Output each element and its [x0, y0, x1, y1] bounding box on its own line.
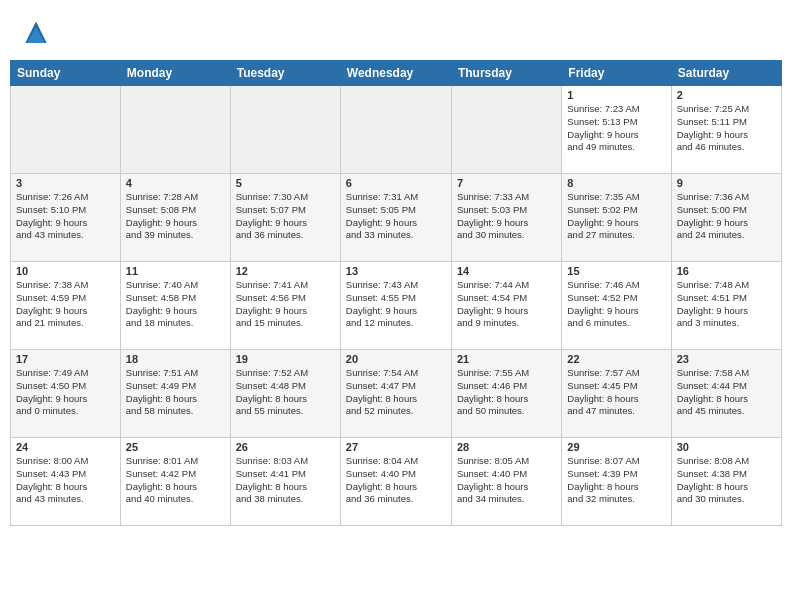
day-number: 22 — [567, 353, 665, 365]
day-number: 1 — [567, 89, 665, 101]
day-number: 24 — [16, 441, 115, 453]
day-number: 25 — [126, 441, 225, 453]
calendar-day-cell: 14Sunrise: 7:44 AM Sunset: 4:54 PM Dayli… — [451, 262, 561, 350]
calendar-week-row: 24Sunrise: 8:00 AM Sunset: 4:43 PM Dayli… — [11, 438, 782, 526]
calendar-day-cell: 15Sunrise: 7:46 AM Sunset: 4:52 PM Dayli… — [562, 262, 671, 350]
day-of-week-header: Saturday — [671, 61, 781, 86]
day-info: Sunrise: 8:04 AM Sunset: 4:40 PM Dayligh… — [346, 455, 446, 506]
day-number: 18 — [126, 353, 225, 365]
calendar-day-cell: 2Sunrise: 7:25 AM Sunset: 5:11 PM Daylig… — [671, 86, 781, 174]
calendar-week-row: 10Sunrise: 7:38 AM Sunset: 4:59 PM Dayli… — [11, 262, 782, 350]
day-number: 16 — [677, 265, 776, 277]
calendar-day-cell: 3Sunrise: 7:26 AM Sunset: 5:10 PM Daylig… — [11, 174, 121, 262]
day-number: 3 — [16, 177, 115, 189]
day-info: Sunrise: 8:03 AM Sunset: 4:41 PM Dayligh… — [236, 455, 335, 506]
day-of-week-header: Tuesday — [230, 61, 340, 86]
calendar-day-cell: 30Sunrise: 8:08 AM Sunset: 4:38 PM Dayli… — [671, 438, 781, 526]
calendar-day-cell — [340, 86, 451, 174]
calendar-day-cell — [120, 86, 230, 174]
day-info: Sunrise: 7:30 AM Sunset: 5:07 PM Dayligh… — [236, 191, 335, 242]
day-info: Sunrise: 7:52 AM Sunset: 4:48 PM Dayligh… — [236, 367, 335, 418]
calendar-day-cell: 4Sunrise: 7:28 AM Sunset: 5:08 PM Daylig… — [120, 174, 230, 262]
day-of-week-header: Thursday — [451, 61, 561, 86]
day-number: 28 — [457, 441, 556, 453]
day-info: Sunrise: 7:46 AM Sunset: 4:52 PM Dayligh… — [567, 279, 665, 330]
calendar-day-cell: 21Sunrise: 7:55 AM Sunset: 4:46 PM Dayli… — [451, 350, 561, 438]
day-info: Sunrise: 7:28 AM Sunset: 5:08 PM Dayligh… — [126, 191, 225, 242]
calendar-day-cell: 19Sunrise: 7:52 AM Sunset: 4:48 PM Dayli… — [230, 350, 340, 438]
day-number: 5 — [236, 177, 335, 189]
calendar-day-cell: 27Sunrise: 8:04 AM Sunset: 4:40 PM Dayli… — [340, 438, 451, 526]
day-info: Sunrise: 7:35 AM Sunset: 5:02 PM Dayligh… — [567, 191, 665, 242]
page-header — [0, 0, 792, 60]
day-info: Sunrise: 7:33 AM Sunset: 5:03 PM Dayligh… — [457, 191, 556, 242]
day-info: Sunrise: 7:51 AM Sunset: 4:49 PM Dayligh… — [126, 367, 225, 418]
day-number: 20 — [346, 353, 446, 365]
calendar-day-cell: 17Sunrise: 7:49 AM Sunset: 4:50 PM Dayli… — [11, 350, 121, 438]
day-number: 11 — [126, 265, 225, 277]
day-number: 29 — [567, 441, 665, 453]
day-number: 23 — [677, 353, 776, 365]
day-number: 27 — [346, 441, 446, 453]
day-info: Sunrise: 7:54 AM Sunset: 4:47 PM Dayligh… — [346, 367, 446, 418]
calendar-day-cell: 6Sunrise: 7:31 AM Sunset: 5:05 PM Daylig… — [340, 174, 451, 262]
calendar-week-row: 3Sunrise: 7:26 AM Sunset: 5:10 PM Daylig… — [11, 174, 782, 262]
day-info: Sunrise: 7:55 AM Sunset: 4:46 PM Dayligh… — [457, 367, 556, 418]
calendar-week-row: 17Sunrise: 7:49 AM Sunset: 4:50 PM Dayli… — [11, 350, 782, 438]
calendar-day-cell — [11, 86, 121, 174]
calendar-day-cell: 16Sunrise: 7:48 AM Sunset: 4:51 PM Dayli… — [671, 262, 781, 350]
day-info: Sunrise: 7:40 AM Sunset: 4:58 PM Dayligh… — [126, 279, 225, 330]
calendar-day-cell: 20Sunrise: 7:54 AM Sunset: 4:47 PM Dayli… — [340, 350, 451, 438]
calendar-day-cell: 1Sunrise: 7:23 AM Sunset: 5:13 PM Daylig… — [562, 86, 671, 174]
day-info: Sunrise: 7:31 AM Sunset: 5:05 PM Dayligh… — [346, 191, 446, 242]
day-number: 30 — [677, 441, 776, 453]
day-number: 21 — [457, 353, 556, 365]
calendar-header: SundayMondayTuesdayWednesdayThursdayFrid… — [11, 61, 782, 86]
day-info: Sunrise: 8:01 AM Sunset: 4:42 PM Dayligh… — [126, 455, 225, 506]
day-info: Sunrise: 8:00 AM Sunset: 4:43 PM Dayligh… — [16, 455, 115, 506]
calendar-day-cell: 18Sunrise: 7:51 AM Sunset: 4:49 PM Dayli… — [120, 350, 230, 438]
logo[interactable] — [20, 18, 56, 50]
day-info: Sunrise: 8:07 AM Sunset: 4:39 PM Dayligh… — [567, 455, 665, 506]
calendar-day-cell: 12Sunrise: 7:41 AM Sunset: 4:56 PM Dayli… — [230, 262, 340, 350]
calendar-day-cell: 26Sunrise: 8:03 AM Sunset: 4:41 PM Dayli… — [230, 438, 340, 526]
day-number: 8 — [567, 177, 665, 189]
day-number: 19 — [236, 353, 335, 365]
calendar-day-cell: 28Sunrise: 8:05 AM Sunset: 4:40 PM Dayli… — [451, 438, 561, 526]
day-info: Sunrise: 7:49 AM Sunset: 4:50 PM Dayligh… — [16, 367, 115, 418]
day-number: 13 — [346, 265, 446, 277]
logo-icon — [20, 18, 52, 50]
calendar-day-cell: 29Sunrise: 8:07 AM Sunset: 4:39 PM Dayli… — [562, 438, 671, 526]
day-number: 9 — [677, 177, 776, 189]
days-header-row: SundayMondayTuesdayWednesdayThursdayFrid… — [11, 61, 782, 86]
day-number: 15 — [567, 265, 665, 277]
day-info: Sunrise: 7:36 AM Sunset: 5:00 PM Dayligh… — [677, 191, 776, 242]
calendar-day-cell: 24Sunrise: 8:00 AM Sunset: 4:43 PM Dayli… — [11, 438, 121, 526]
day-number: 4 — [126, 177, 225, 189]
calendar: SundayMondayTuesdayWednesdayThursdayFrid… — [10, 60, 782, 526]
calendar-day-cell: 13Sunrise: 7:43 AM Sunset: 4:55 PM Dayli… — [340, 262, 451, 350]
day-number: 10 — [16, 265, 115, 277]
calendar-day-cell — [230, 86, 340, 174]
day-info: Sunrise: 7:26 AM Sunset: 5:10 PM Dayligh… — [16, 191, 115, 242]
day-info: Sunrise: 8:08 AM Sunset: 4:38 PM Dayligh… — [677, 455, 776, 506]
day-info: Sunrise: 7:25 AM Sunset: 5:11 PM Dayligh… — [677, 103, 776, 154]
day-of-week-header: Friday — [562, 61, 671, 86]
calendar-day-cell — [451, 86, 561, 174]
day-number: 7 — [457, 177, 556, 189]
day-info: Sunrise: 7:38 AM Sunset: 4:59 PM Dayligh… — [16, 279, 115, 330]
day-number: 26 — [236, 441, 335, 453]
calendar-day-cell: 11Sunrise: 7:40 AM Sunset: 4:58 PM Dayli… — [120, 262, 230, 350]
day-number: 6 — [346, 177, 446, 189]
calendar-day-cell: 5Sunrise: 7:30 AM Sunset: 5:07 PM Daylig… — [230, 174, 340, 262]
day-info: Sunrise: 7:57 AM Sunset: 4:45 PM Dayligh… — [567, 367, 665, 418]
calendar-day-cell: 9Sunrise: 7:36 AM Sunset: 5:00 PM Daylig… — [671, 174, 781, 262]
calendar-day-cell: 25Sunrise: 8:01 AM Sunset: 4:42 PM Dayli… — [120, 438, 230, 526]
day-of-week-header: Sunday — [11, 61, 121, 86]
day-info: Sunrise: 7:43 AM Sunset: 4:55 PM Dayligh… — [346, 279, 446, 330]
calendar-body: 1Sunrise: 7:23 AM Sunset: 5:13 PM Daylig… — [11, 86, 782, 526]
calendar-day-cell: 23Sunrise: 7:58 AM Sunset: 4:44 PM Dayli… — [671, 350, 781, 438]
day-info: Sunrise: 7:44 AM Sunset: 4:54 PM Dayligh… — [457, 279, 556, 330]
day-number: 12 — [236, 265, 335, 277]
calendar-day-cell: 10Sunrise: 7:38 AM Sunset: 4:59 PM Dayli… — [11, 262, 121, 350]
